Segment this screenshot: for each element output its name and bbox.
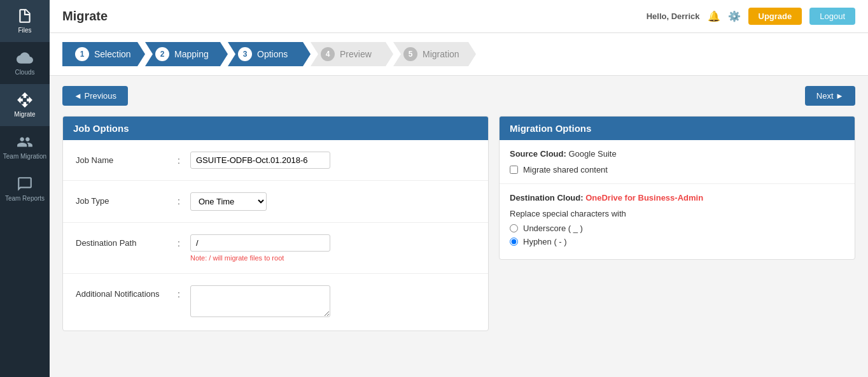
destination-path-note: Note: / will migrate files to root (190, 254, 475, 262)
two-col-layout: Job Options Job Name : Job Type (62, 116, 855, 331)
sidebar-item-clouds-label: Clouds (15, 69, 34, 76)
sidebar-item-team-migration[interactable]: Team Migration (0, 126, 50, 168)
step-options[interactable]: 3 Options (228, 42, 311, 66)
next-button[interactable]: Next ► (805, 86, 855, 106)
clouds-icon (17, 50, 33, 66)
sidebar-item-team-migration-label: Team Migration (3, 153, 46, 160)
step-num-1: 1 (75, 47, 89, 61)
migration-options-card: Migration Options Source Cloud: Google S… (499, 116, 855, 260)
migrate-shared-label[interactable]: Migrate shared content (523, 165, 608, 174)
sidebar-item-team-reports-label: Team Reports (5, 195, 45, 203)
step-num-3: 3 (238, 47, 252, 61)
destination-cloud-value: OneDrive for Business-Admin (585, 193, 703, 203)
step-label-3: Options (257, 49, 288, 59)
previous-button[interactable]: ◄ Previous (62, 86, 128, 106)
migration-options-header: Migration Options (500, 117, 855, 140)
hyphen-label[interactable]: Hyphen ( - ) (523, 237, 567, 246)
upgrade-button[interactable]: Upgrade (748, 8, 802, 25)
job-options-body: Job Name : Job Type : (63, 140, 488, 331)
job-name-row: Job Name : (63, 140, 488, 181)
additional-notifications-label: Additional Notifications (76, 285, 178, 299)
destination-path-input[interactable] (190, 234, 330, 252)
source-cloud-label: Source Cloud: (510, 149, 566, 159)
underscore-radio[interactable] (510, 224, 518, 232)
page-title: Migrate (62, 9, 108, 24)
step-preview[interactable]: 4 Preview (311, 42, 393, 66)
job-name-label: Job Name (76, 152, 178, 165)
replace-special-label: Replace special characters with (510, 209, 844, 218)
step-mapping[interactable]: 2 Mapping (145, 42, 228, 66)
step-num-5: 5 (403, 47, 417, 61)
destination-cloud-section: Destination Cloud: OneDrive for Business… (500, 184, 855, 259)
additional-notifications-input[interactable] (190, 285, 330, 317)
source-cloud-info: Source Cloud: Google Suite (510, 149, 844, 159)
destination-path-row: Destination Path : Note: / will migrate … (63, 223, 488, 274)
hyphen-radio-row: Hyphen ( - ) (510, 237, 844, 246)
topbar: Migrate Hello, Derrick 🔔 ⚙️ Upgrade Logo… (50, 0, 868, 33)
step-label-2: Mapping (174, 49, 209, 59)
sidebar-item-files-label: Files (18, 27, 31, 34)
step-num-2: 2 (155, 47, 169, 61)
job-options-header: Job Options (63, 117, 488, 140)
logout-button[interactable]: Logout (809, 8, 855, 25)
destination-path-label: Destination Path (76, 234, 178, 248)
content-area: ◄ Previous Next ► Job Options Job Name : (50, 76, 868, 377)
destination-cloud-info: Destination Cloud: OneDrive for Business… (510, 193, 844, 203)
step-selection[interactable]: 1 Selection (62, 42, 145, 66)
steps-bar: 1 Selection 2 Mapping 3 Options 4 Previe… (50, 33, 868, 76)
step-num-4: 4 (321, 47, 335, 61)
main-content: Migrate Hello, Derrick 🔔 ⚙️ Upgrade Logo… (50, 0, 868, 377)
underscore-label[interactable]: Underscore ( _ ) (523, 224, 583, 233)
sidebar-item-files[interactable]: Files (0, 0, 50, 42)
team-migration-icon (17, 134, 33, 150)
sidebar-item-migrate-label: Migrate (14, 111, 35, 118)
underscore-radio-row: Underscore ( _ ) (510, 224, 844, 233)
team-reports-icon (17, 176, 33, 192)
bell-icon[interactable]: 🔔 (708, 10, 720, 22)
migration-options-column: Migration Options Source Cloud: Google S… (499, 116, 855, 331)
migrate-icon (17, 92, 33, 108)
migrate-shared-row: Migrate shared content (510, 165, 844, 174)
topbar-right: Hello, Derrick 🔔 ⚙️ Upgrade Logout (647, 8, 855, 25)
source-cloud-value: Google Suite (568, 149, 616, 159)
step-migration[interactable]: 5 Migration (393, 42, 476, 66)
additional-notifications-row: Additional Notifications : (63, 274, 488, 331)
sidebar-item-clouds[interactable]: Clouds (0, 42, 50, 84)
step-label-1: Selection (94, 49, 131, 59)
source-cloud-section: Source Cloud: Google Suite Migrate share… (500, 140, 855, 184)
hello-text: Hello, Derrick (647, 11, 700, 21)
step-label-4: Preview (340, 49, 372, 59)
job-name-input[interactable] (190, 152, 330, 169)
files-icon (17, 8, 33, 24)
gear-icon[interactable]: ⚙️ (728, 10, 741, 22)
sidebar: Files Clouds Migrate Team Migration Team… (0, 0, 50, 377)
migrate-shared-checkbox[interactable] (510, 166, 518, 174)
nav-buttons: ◄ Previous Next ► (62, 86, 855, 106)
job-type-row: Job Type : One Time Scheduled (63, 181, 488, 223)
step-label-5: Migration (423, 49, 459, 59)
job-options-card: Job Options Job Name : Job Type (62, 116, 489, 331)
job-options-column: Job Options Job Name : Job Type (62, 116, 489, 331)
destination-cloud-label: Destination Cloud: (510, 193, 584, 203)
job-type-label: Job Type (76, 192, 178, 206)
sidebar-item-team-reports[interactable]: Team Reports (0, 168, 50, 210)
hyphen-radio[interactable] (510, 238, 518, 246)
sidebar-item-migrate[interactable]: Migrate (0, 84, 50, 126)
job-type-select[interactable]: One Time Scheduled (190, 192, 267, 211)
